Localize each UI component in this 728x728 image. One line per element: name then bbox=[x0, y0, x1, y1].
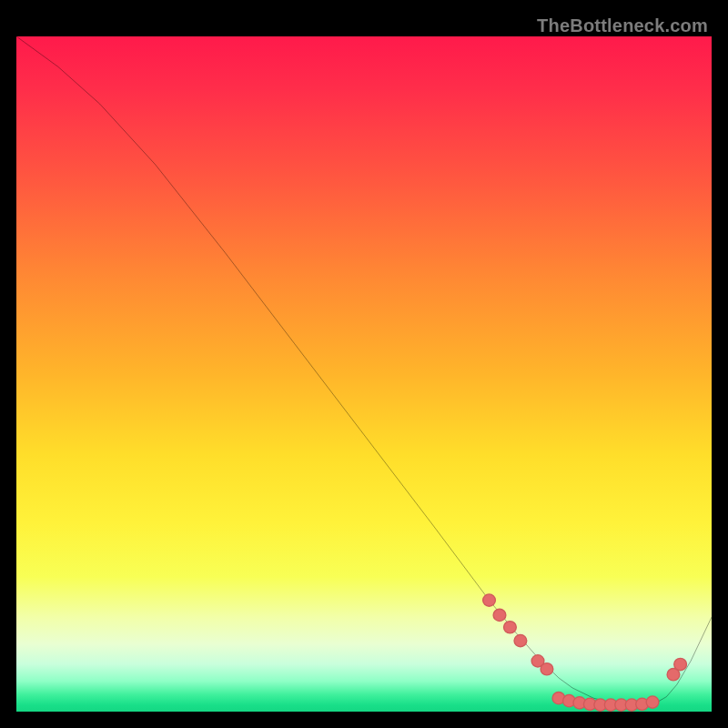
chart-frame: TheBottleneck.com bbox=[16, 16, 712, 712]
curve-marker bbox=[674, 658, 687, 670]
curve-marker bbox=[514, 634, 527, 646]
curve-marker bbox=[483, 594, 496, 606]
curve-marker bbox=[493, 609, 506, 621]
curve-line bbox=[16, 36, 712, 706]
curve-marker bbox=[504, 622, 517, 633]
curve-markers bbox=[483, 594, 687, 711]
plot-area bbox=[16, 36, 712, 712]
chart-svg bbox=[16, 36, 712, 712]
curve-marker bbox=[541, 663, 553, 675]
curve-marker bbox=[646, 696, 659, 708]
watermark-text: TheBottleneck.com bbox=[537, 15, 708, 36]
